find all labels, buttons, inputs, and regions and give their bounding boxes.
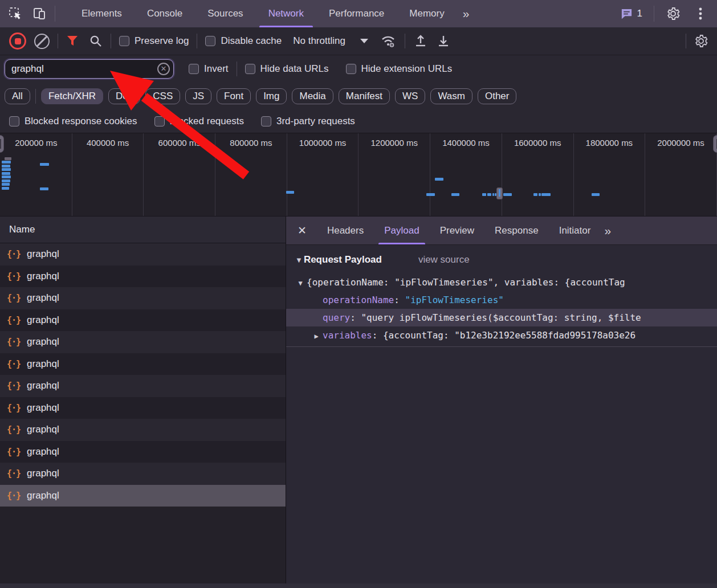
request-name: graphql xyxy=(27,358,59,370)
filter-pill-img[interactable]: Img xyxy=(256,88,287,104)
tabbar-divider xyxy=(55,6,55,22)
detail-tab-initiator[interactable]: Initiator xyxy=(549,217,601,244)
more-tabs-icon[interactable]: » xyxy=(457,0,475,27)
overview-bars xyxy=(0,133,717,216)
fetch-xhr-icon: {·} xyxy=(7,359,21,369)
detail-tab-headers[interactable]: Headers xyxy=(317,217,374,244)
fetch-xhr-icon: {·} xyxy=(7,424,21,435)
filter-input[interactable] xyxy=(5,59,174,79)
filter-pill-fetch-xhr[interactable]: Fetch/XHR xyxy=(41,88,103,104)
kebab-menu-icon[interactable] xyxy=(689,2,712,25)
overview-right-handle[interactable] xyxy=(713,135,717,153)
export-har-icon[interactable] xyxy=(436,34,451,48)
timeline-request-bar xyxy=(40,187,48,190)
request-name: graphql xyxy=(27,336,59,348)
issues-count: 1 xyxy=(637,8,642,19)
request-row[interactable]: {·}graphql xyxy=(0,243,286,266)
json-colon: : xyxy=(350,312,361,323)
filter-pill-js[interactable]: JS xyxy=(185,88,211,104)
issues-button[interactable]: 1 xyxy=(616,7,647,21)
hide-extension-urls-checkbox[interactable] xyxy=(346,64,356,74)
filter-pill-other[interactable]: Other xyxy=(478,88,517,104)
overview-left-handle[interactable] xyxy=(0,135,4,153)
third-party-requests-checkbox[interactable] xyxy=(261,116,271,126)
request-row[interactable]: {·}graphql xyxy=(0,463,286,485)
toolbar-divider xyxy=(111,34,111,48)
request-row[interactable]: {·}graphql xyxy=(0,485,286,507)
close-details-icon[interactable]: ✕ xyxy=(286,217,317,244)
more-detail-tabs-icon[interactable]: » xyxy=(601,217,614,244)
payload-json-tree: ▼{operationName: "ipFlowTimeseries", var… xyxy=(286,273,717,347)
filter-funnel-icon[interactable] xyxy=(66,35,79,47)
chevron-down-icon xyxy=(360,39,368,43)
inspect-element-icon[interactable] xyxy=(3,2,27,25)
fetch-xhr-icon: {·} xyxy=(7,381,21,391)
blocked-requests-checkbox[interactable] xyxy=(154,116,165,126)
payload-query-row[interactable]: query: "query ipFlowTimeseries($accountT… xyxy=(286,309,717,326)
device-toolbar-icon[interactable] xyxy=(27,2,51,25)
tab-console[interactable]: Console xyxy=(135,0,195,27)
detail-tab-preview[interactable]: Preview xyxy=(430,217,484,244)
network-overview-timeline[interactable]: 200000 ms400000 ms600000 ms800000 ms1000… xyxy=(0,133,717,217)
fetch-xhr-icon: {·} xyxy=(7,337,21,347)
hide-data-urls-checkbox[interactable] xyxy=(245,64,255,74)
expand-triangle-icon[interactable]: ▶ xyxy=(310,328,323,344)
tab-memory[interactable]: Memory xyxy=(397,0,457,27)
request-row[interactable]: {·}graphql xyxy=(0,441,286,463)
tab-sources[interactable]: Sources xyxy=(195,0,255,27)
preserve-log-checkbox[interactable] xyxy=(119,36,129,46)
request-row[interactable]: {·}graphql xyxy=(0,266,286,288)
payload-root-row[interactable]: ▼{operationName: "ipFlowTimeseries", var… xyxy=(286,273,717,291)
details-tabs: HeadersPayloadPreviewResponseInitiator xyxy=(317,217,601,244)
invert-checkbox[interactable] xyxy=(189,64,199,74)
disable-cache-checkbox[interactable] xyxy=(205,36,215,46)
name-column-header[interactable]: Name xyxy=(0,217,286,243)
filter-pill-media[interactable]: Media xyxy=(292,88,333,104)
issues-chat-icon xyxy=(620,7,633,21)
request-row[interactable]: {·}graphql xyxy=(0,419,286,441)
filter-pill-doc[interactable]: Doc xyxy=(108,88,140,104)
detail-tab-payload[interactable]: Payload xyxy=(374,217,429,244)
request-row[interactable]: {·}graphql xyxy=(0,309,286,332)
record-network-log-button[interactable] xyxy=(9,32,26,50)
request-row[interactable]: {·}graphql xyxy=(0,287,286,309)
request-name: graphql xyxy=(27,292,59,304)
search-icon[interactable] xyxy=(89,34,103,48)
timeline-request-bar xyxy=(451,193,459,196)
timeline-request-bar xyxy=(2,165,10,168)
clear-filter-icon[interactable]: ✕ xyxy=(157,63,170,75)
requests-table-panel: Name {·}graphql{·}graphql{·}graphql{·}gr… xyxy=(0,217,286,588)
fetch-xhr-icon: {·} xyxy=(7,293,21,303)
network-conditions-icon[interactable] xyxy=(380,34,397,48)
filter-pill-font[interactable]: Font xyxy=(217,88,251,104)
tab-elements[interactable]: Elements xyxy=(69,0,135,27)
network-settings-gear-icon[interactable] xyxy=(694,34,708,48)
filter-divider xyxy=(237,62,237,76)
payload-variables-row[interactable]: ▶variables: {accountTag: "b12e3b2192ee55… xyxy=(286,326,717,344)
collapse-triangle-icon[interactable]: ▼ xyxy=(295,256,303,264)
throttling-select[interactable]: No throttling xyxy=(290,35,372,47)
settings-gear-icon[interactable] xyxy=(661,2,685,25)
request-row[interactable]: {·}graphql xyxy=(0,353,286,375)
collapse-triangle-icon[interactable]: ▼ xyxy=(294,275,307,291)
filter-pill-manifest[interactable]: Manifest xyxy=(339,88,390,104)
detail-tab-response[interactable]: Response xyxy=(484,217,549,244)
request-row[interactable]: {·}graphql xyxy=(0,397,286,419)
clear-network-log-button[interactable] xyxy=(34,34,50,49)
filter-pill-ws[interactable]: WS xyxy=(395,88,425,104)
request-name: graphql xyxy=(27,271,59,282)
view-source-link[interactable]: view source xyxy=(418,254,470,266)
request-row[interactable]: {·}graphql xyxy=(0,331,286,353)
tab-network[interactable]: Network xyxy=(256,0,316,27)
filter-row: ✕ Invert Hide data URLs Hide extension U… xyxy=(0,55,717,83)
fetch-xhr-icon: {·} xyxy=(7,271,21,281)
tab-performance[interactable]: Performance xyxy=(316,0,397,27)
request-row[interactable]: {·}graphql xyxy=(0,375,286,397)
filter-pill-css[interactable]: CSS xyxy=(145,88,180,104)
import-har-icon[interactable] xyxy=(413,34,428,48)
filter-pill-all[interactable]: All xyxy=(5,88,30,104)
payload-operation-name-row[interactable]: operationName: "ipFlowTimeseries" xyxy=(286,291,717,309)
filter-pill-wasm[interactable]: Wasm xyxy=(430,88,472,104)
timeline-request-bar xyxy=(495,193,496,196)
blocked-response-cookies-checkbox[interactable] xyxy=(9,116,19,126)
